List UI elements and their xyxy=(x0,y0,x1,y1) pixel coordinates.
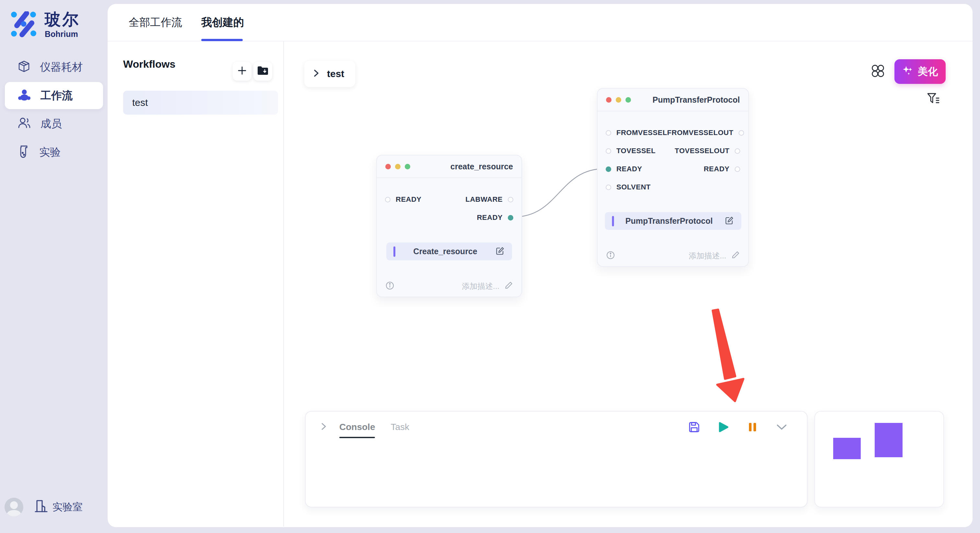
workflows-panel-title: Workflows xyxy=(123,58,175,70)
run-button[interactable] xyxy=(716,420,730,434)
pencil-icon xyxy=(732,251,740,261)
filter-funnel-icon xyxy=(926,92,940,106)
sidebar-item-consumables[interactable]: 仪器耗材 xyxy=(5,54,103,81)
plus-icon xyxy=(237,65,247,77)
active-tab-underline xyxy=(201,39,243,41)
description-placeholder-wrap[interactable]: 添加描述... xyxy=(689,251,740,261)
bohrium-logo-icon xyxy=(10,11,37,38)
yellow-dot-icon[interactable] xyxy=(616,97,621,103)
collapse-panel-chevron[interactable] xyxy=(775,420,789,434)
tab-console[interactable]: Console xyxy=(339,422,375,432)
input-port-ready[interactable] xyxy=(606,167,611,172)
breadcrumb-label: test xyxy=(327,68,344,79)
input-port-solvent[interactable] xyxy=(606,185,611,190)
output-port-ready[interactable] xyxy=(508,215,513,220)
output-port-labware[interactable] xyxy=(508,197,513,202)
user-avatar[interactable] xyxy=(5,498,23,517)
info-icon[interactable] xyxy=(606,251,615,261)
layout-clover-button[interactable] xyxy=(870,63,886,80)
input-port-tovessel[interactable] xyxy=(606,148,611,154)
port-label: READY xyxy=(703,165,730,173)
output-port-tovesselout[interactable] xyxy=(735,148,740,154)
red-dot-icon[interactable] xyxy=(606,97,611,103)
edit-icon[interactable] xyxy=(724,216,734,227)
workspace-switcher[interactable]: 实验室 xyxy=(34,499,83,516)
tab-created-by-me[interactable]: 我创建的 xyxy=(201,4,244,41)
minimap-node-create-resource xyxy=(833,438,861,459)
sparkles-icon xyxy=(902,65,913,78)
port-row: READY READY xyxy=(598,160,748,178)
port-label: READY xyxy=(616,165,642,173)
sidebar-item-experiments[interactable]: 实验 xyxy=(5,139,103,166)
port-label: LABWARE xyxy=(465,195,503,204)
node-pump-transfer-protocol[interactable]: PumpTransferProtocol FROMVESSEL FROMVESS… xyxy=(597,88,749,267)
sidebar-item-label: 成员 xyxy=(40,117,62,131)
import-workflow-button[interactable] xyxy=(253,62,272,81)
workflow-tabbar: 全部工作流 我创建的 xyxy=(108,4,972,41)
pause-button[interactable] xyxy=(745,420,760,434)
node-footer: 添加描述... xyxy=(598,251,748,261)
panel-divider xyxy=(283,41,284,527)
workspace-name: 实验室 xyxy=(52,500,83,514)
sidebar-item-label: 实验 xyxy=(39,145,60,160)
filter-button[interactable] xyxy=(926,92,941,107)
node-title: PumpTransferProtocol xyxy=(653,95,740,105)
node-create-resource[interactable]: create_resource READY LABWARE READY xyxy=(376,155,522,297)
workflow-users-icon xyxy=(18,89,31,102)
edit-icon[interactable] xyxy=(495,246,505,257)
port-label: READY xyxy=(396,195,422,204)
port-row: TOVESSEL TOVESSELOUT xyxy=(598,142,748,160)
tab-all-workflows[interactable]: 全部工作流 xyxy=(129,4,182,41)
clover-icon xyxy=(871,64,885,79)
port-row: SOLVENT xyxy=(598,178,748,196)
sidebar-item-workflows[interactable]: 工作流 xyxy=(5,82,103,109)
node-title: create_resource xyxy=(450,162,513,171)
pencil-icon xyxy=(504,281,513,292)
info-icon[interactable] xyxy=(385,281,395,292)
building-icon xyxy=(34,499,48,516)
main-content: 全部工作流 我创建的 Workflows test test xyxy=(108,4,972,527)
folder-download-icon xyxy=(257,66,269,77)
console-collapse-chevron[interactable] xyxy=(320,421,328,433)
beautify-label: 美化 xyxy=(918,65,938,78)
save-button[interactable] xyxy=(687,420,701,434)
node-action-pill[interactable]: Create_resource xyxy=(386,243,512,260)
minimap-node-pump-transfer xyxy=(875,423,902,457)
port-row: FROMVESSEL FROMVESSELOUT xyxy=(598,124,748,142)
port-label: TOVESSEL xyxy=(616,147,655,155)
console-panel: Console Task xyxy=(305,411,808,508)
port-label: SOLVENT xyxy=(616,183,651,191)
sidebar: 玻尔 Bohrium 仪器耗材 工作流 xyxy=(0,0,108,533)
sidebar-item-label: 仪器耗材 xyxy=(40,60,83,75)
sidebar-item-members[interactable]: 成员 xyxy=(5,110,103,137)
green-dot-icon[interactable] xyxy=(625,97,631,103)
sidebar-item-label: 工作流 xyxy=(40,89,73,103)
port-row: READY xyxy=(377,209,522,227)
package-icon xyxy=(18,60,30,74)
description-placeholder: 添加描述... xyxy=(462,281,500,292)
green-dot-icon[interactable] xyxy=(405,164,410,169)
tab-task[interactable]: Task xyxy=(390,422,409,432)
pill-label: PumpTransferProtocol xyxy=(614,216,724,226)
minimap[interactable] xyxy=(815,411,944,508)
yellow-dot-icon[interactable] xyxy=(395,164,401,169)
input-port-ready[interactable] xyxy=(385,197,390,202)
input-port-fromvessel[interactable] xyxy=(606,130,611,136)
node-action-pill[interactable]: PumpTransferProtocol xyxy=(605,212,741,230)
breadcrumb[interactable]: test xyxy=(304,60,355,87)
beautify-button[interactable]: 美化 xyxy=(894,59,946,84)
port-label: FROMVESSELOUT xyxy=(667,128,734,137)
experiment-icon xyxy=(18,145,30,159)
output-port-fromvesselout[interactable] xyxy=(738,130,744,136)
brand-logo: 玻尔 Bohrium xyxy=(10,11,80,39)
traffic-dots xyxy=(385,164,410,169)
traffic-dots xyxy=(606,97,631,103)
output-port-ready[interactable] xyxy=(735,167,740,172)
node-footer: 添加描述... xyxy=(377,281,522,292)
add-workflow-button[interactable] xyxy=(233,62,251,81)
red-dot-icon[interactable] xyxy=(385,164,391,169)
description-placeholder-wrap[interactable]: 添加描述... xyxy=(462,281,513,292)
port-label: FROMVESSEL xyxy=(616,128,667,137)
description-placeholder: 添加描述... xyxy=(689,251,726,261)
workflow-list-item-test[interactable]: test xyxy=(123,90,278,115)
